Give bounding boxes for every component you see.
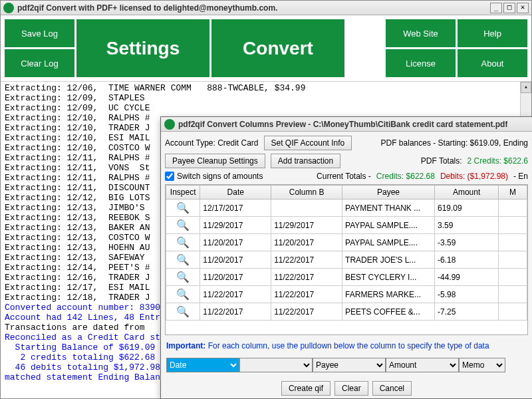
table-row[interactable]: 🔍11/20/201711/22/2017BEST CYCLERY I...-4… [166,269,527,286]
table-cell[interactable]: 11/22/2017 [271,303,342,321]
column-header[interactable]: Column B [271,186,342,200]
table-cell[interactable]: 11/22/2017 [271,251,342,269]
preview-dialog: pdf2qif Convert Columns Preview - C:\Mon… [160,116,532,399]
switch-signs-label: Switch signs of amounts [177,172,263,181]
inspect-icon[interactable]: 🔍 [176,271,190,283]
table-cell[interactable]: -44.99 [435,269,499,286]
table-cell[interactable]: 11/22/2017 [271,269,342,286]
pdf-totals-credits: 2 Credits: $622.6 [467,156,528,166]
minimize-button[interactable]: _ [490,3,502,13]
titlebar: pdf2qif Convert with PDF+ licensed to de… [1,1,531,15]
table-cell[interactable]: TRADER JOE'S L... [342,251,435,269]
app-icon [3,3,14,13]
switch-signs-input[interactable] [165,172,174,181]
about-button[interactable]: About [458,49,527,77]
column-type-select[interactable]: Amount [386,358,459,372]
table-cell[interactable] [499,200,527,217]
column-type-select[interactable] [239,358,313,372]
website-button[interactable]: Web Site [386,19,456,47]
log-line: Extracting: 12/09, STAPLES [5,93,527,103]
table-cell[interactable] [499,286,527,303]
table-cell[interactable]: 11/20/2017 [200,234,271,251]
set-qif-account-button[interactable]: Set QIF Account Info [264,136,352,150]
pdf-totals-label: PDF Totals: [421,156,462,166]
column-header[interactable]: Inspect [166,186,200,200]
preview-app-icon [164,119,175,130]
column-header[interactable]: M [499,186,527,200]
window-title: pdf2qif Convert with PDF+ licensed to de… [17,3,490,13]
table-cell[interactable]: 619.09 [435,200,499,217]
column-type-select[interactable]: Date [166,358,239,372]
preview-titlebar: pdf2qif Convert Columns Preview - C:\Mon… [161,117,532,132]
close-button[interactable]: ✕ [517,3,529,13]
table-cell[interactable]: -5.98 [435,286,499,303]
table-cell[interactable] [499,234,527,251]
inspect-icon[interactable]: 🔍 [176,288,190,301]
inspect-icon[interactable]: 🔍 [176,219,190,231]
clear-log-button[interactable]: Clear Log [5,49,74,77]
current-debits: Debits: ($1,972.98) [440,172,508,181]
preview-table: InspectDateColumn BPayeeAmountM 🔍12/17/2… [165,184,528,335]
table-cell[interactable]: PEETS COFFEE &... [342,303,435,321]
clear-button[interactable]: Clear [334,381,368,396]
table-cell[interactable] [499,251,527,269]
column-type-select[interactable]: Payee [313,358,386,372]
inspect-icon[interactable]: 🔍 [176,305,190,318]
table-cell[interactable]: PAYPAL SAMPLE.... [342,234,435,251]
table-cell[interactable]: 11/20/2017 [200,269,271,286]
convert-button[interactable]: Convert [211,19,344,77]
table-cell[interactable]: 11/22/2017 [271,286,342,303]
scroll-up-icon[interactable]: ▴ [521,82,531,93]
table-cell[interactable]: BEST CYCLERY I... [342,269,435,286]
column-header[interactable]: Amount [435,186,499,200]
table-cell[interactable]: 11/20/2017 [200,251,271,269]
table-cell[interactable] [271,200,342,217]
toolbar: Save Log Clear Log Settings Convert Web … [1,15,531,82]
table-cell[interactable]: 11/29/2017 [200,217,271,234]
inspect-icon[interactable]: 🔍 [176,201,190,214]
table-cell[interactable] [499,303,527,321]
table-cell[interactable]: FARMERS MARKE... [342,286,435,303]
table-cell[interactable] [499,217,527,234]
table-cell[interactable] [499,269,527,286]
table-cell[interactable]: -3.59 [435,234,499,251]
account-type-label: Account Type: Credit Card [165,138,259,148]
payee-cleanup-button[interactable]: Payee Cleanup Settings [165,154,265,168]
inspect-icon[interactable]: 🔍 [176,253,190,266]
table-cell[interactable]: 3.59 [435,217,499,234]
column-header[interactable]: Date [200,186,271,200]
switch-signs-checkbox[interactable]: Switch signs of amounts [165,172,263,181]
table-row[interactable]: 🔍12/17/2017PAYMENT THANK ...619.09 [166,200,527,217]
table-row[interactable]: 🔍11/20/201711/22/2017TRADER JOE'S L...-6… [166,251,527,269]
table-cell[interactable]: -6.18 [435,251,499,269]
table-cell[interactable]: PAYPAL SAMPLE.... [342,217,435,234]
add-transaction-button[interactable]: Add transaction [271,154,340,168]
current-credits: Credits: $622.68 [376,172,435,181]
table-row[interactable]: 🔍11/20/201711/20/2017PAYPAL SAMPLE....-3… [166,234,527,251]
column-pulldowns: DatePayeeAmountMemo [165,356,528,374]
preview-title: pdf2qif Convert Columns Preview - C:\Mon… [178,120,507,129]
maximize-button[interactable]: □ [503,3,515,13]
log-line: Extracting: 12/06, TIME WARNER COMM 888-… [5,83,527,93]
table-cell[interactable]: 11/22/2017 [200,286,271,303]
table-cell[interactable]: PAYMENT THANK ... [342,200,435,217]
table-cell[interactable]: 12/17/2017 [200,200,271,217]
table-cell[interactable]: 11/22/2017 [200,303,271,321]
inspect-icon[interactable]: 🔍 [176,236,190,249]
save-log-button[interactable]: Save Log [5,19,74,47]
table-cell[interactable]: -7.25 [435,303,499,321]
table-cell[interactable]: 11/29/2017 [271,217,342,234]
settings-button[interactable]: Settings [76,19,209,77]
current-totals-label: Current Totals - [317,172,371,181]
table-cell[interactable]: 11/20/2017 [271,234,342,251]
table-row[interactable]: 🔍11/29/201711/29/2017PAYPAL SAMPLE....3.… [166,217,527,234]
license-button[interactable]: License [386,49,456,77]
log-line: Extracting: 12/09, UC CYCLE [5,103,527,113]
table-row[interactable]: 🔍11/22/201711/22/2017FARMERS MARKE...-5.… [166,286,527,303]
column-header[interactable]: Payee [342,186,435,200]
table-row[interactable]: 🔍11/22/201711/22/2017PEETS COFFEE &...-7… [166,303,527,321]
help-button[interactable]: Help [458,19,527,47]
create-qif-button[interactable]: Create qif [281,381,331,396]
cancel-button[interactable]: Cancel [372,381,412,396]
column-type-select[interactable]: Memo [459,358,505,372]
